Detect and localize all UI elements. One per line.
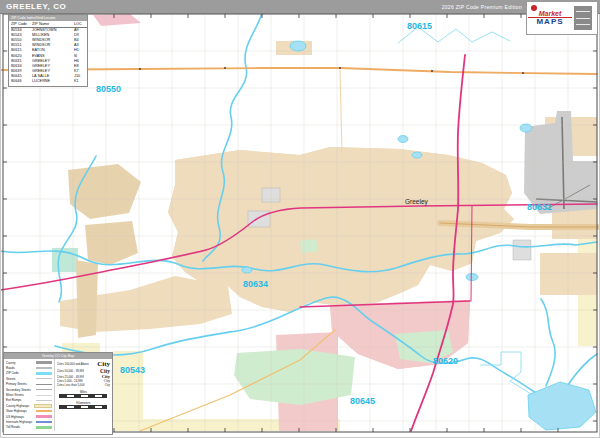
header-bar: GREELEY, CO 2026 ZIP Code Premium Editio… (0, 0, 600, 14)
minor-streets-swatch (36, 395, 52, 396)
scale-bar-miles (59, 394, 107, 398)
interstate-highways-swatch (36, 421, 52, 423)
zip-label: 80631 (527, 202, 552, 212)
zip-code: 80646 (11, 79, 32, 84)
secondary-streets-swatch (36, 389, 52, 390)
zip-name: LUCERNE (32, 79, 74, 84)
zip-loc: K1 (74, 79, 87, 84)
zip-label: 80615 (407, 21, 432, 31)
zip-index-grid: ZIP Code ZIP Name LOC 80534 JOHNSTOWN A9… (9, 21, 87, 86)
logo-dot-icon (531, 5, 537, 11)
toll-roads-swatch (36, 426, 52, 428)
map-sheet: GREELEY, CO 2026 ZIP Code Premium Editio… (0, 0, 600, 438)
zip-index-table: ZIP Code Index/Grid Locator ZIP Code ZIP… (8, 14, 88, 87)
zip-label: 80543 (120, 365, 145, 375)
logo-brand-top: Market (528, 10, 572, 17)
zip-swatch (36, 372, 52, 375)
county-swatch (36, 361, 52, 364)
zip-label: 80620 (433, 356, 458, 366)
state-highways-swatch (36, 410, 52, 412)
page-title: GREELEY, CO (6, 2, 66, 11)
edition-label: 2026 ZIP Code Premium Edition (442, 4, 522, 10)
legend-city-item: Cities Less than 5,000City (57, 383, 110, 387)
legend-item: Toll Roads (6, 425, 52, 430)
map-legend: Greeley CO City Map County Roads ZIP Cod… (3, 352, 113, 435)
legend-city-sizes: Cities 100,000 and AboveCity Cities 50,0… (54, 359, 112, 431)
roads-swatch (36, 367, 52, 369)
legend-road-symbols: County Roads ZIP Code Streets Primary St… (4, 359, 54, 431)
logo-badge (574, 6, 592, 30)
us-highways-swatch (36, 415, 52, 417)
zip-label: 80634 (243, 279, 268, 289)
scale-bar-kilometers (59, 405, 107, 409)
city-label-greeley: Greeley (405, 198, 429, 206)
scale-kilometers: Kilometers (57, 401, 110, 410)
county-highways-swatch (34, 404, 52, 408)
primary-streets-swatch (36, 384, 52, 385)
zip-label: 80645 (350, 396, 375, 406)
scale-miles: Miles (57, 390, 110, 399)
zip-label: 80550 (96, 84, 121, 94)
exit-ramps-swatch (36, 400, 52, 401)
logo-brand-bottom: MAPS (528, 17, 572, 26)
logo-wordmark: Market MAPS (528, 10, 572, 26)
publisher-logo: Market MAPS (526, 1, 598, 35)
legend-item: County Highways (6, 403, 52, 408)
streets-swatch (36, 378, 52, 379)
legend-city-item: Cities 100,000 and AboveCity (57, 360, 110, 368)
